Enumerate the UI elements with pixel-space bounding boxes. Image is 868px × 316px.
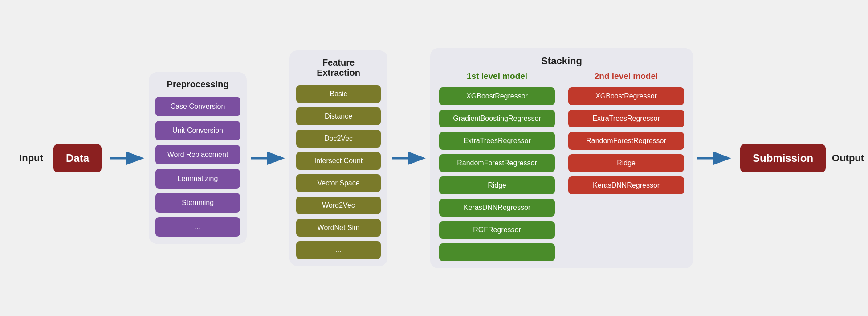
preprocessing-item-1: Unit Conversion [155,121,240,140]
feature-item-7: ... [296,241,381,259]
feature-item-6: WordNet Sim [296,219,381,237]
arrow-1 [110,149,145,167]
stacking-title: Stacking [541,55,582,67]
level1-item-1: GradientBoostingRegressor [439,110,555,127]
feature-item-2: Doc2Vec [296,130,381,148]
arrow-2 [250,149,286,167]
arrow-4 [697,149,732,167]
level2-col: 2nd level model XGBoostRegressor ExtraTr… [568,71,684,194]
feature-item-3: Intersect Count [296,152,381,170]
stacking-container: Stacking 1st level model XGBoostRegresso… [430,48,693,268]
level1-item-6: RGFRegressor [439,221,555,239]
feature-item-4: Vector Space [296,174,381,192]
feature-item-5: Word2Vec [296,197,381,214]
level2-item-2: RandomForestRegressor [568,132,684,150]
preprocessing-title: Preprocessing [167,79,229,90]
level1-item-0: XGBoostRegressor [439,87,555,105]
level1-item-4: Ridge [439,176,555,194]
data-box: Data [53,144,102,172]
preprocessing-item-5: ... [155,217,240,237]
level1-item-3: RandomForestRegressor [439,154,555,172]
preprocessing-container: Preprocessing Case Conversion Unit Conve… [149,72,247,244]
feature-item-0: Basic [296,85,381,103]
preprocessing-item-2: Word Replacement [155,145,240,164]
feature-extraction-container: FeatureExtraction Basic Distance Doc2Vec… [289,50,387,266]
level1-item-7: ... [439,243,555,261]
input-label: Input [13,152,49,164]
preprocessing-item-4: Stemming [155,193,240,213]
level1-col: 1st level model XGBoostRegressor Gradien… [439,71,555,261]
submission-box: Submission [740,144,826,172]
level1-item-2: ExtraTreesRegressor [439,132,555,150]
arrow-3 [391,149,427,167]
level2-item-4: KerasDNNRegressor [568,176,684,194]
feature-extraction-title: FeatureExtraction [317,57,360,78]
level1-title: 1st level model [467,71,527,81]
feature-item-1: Distance [296,107,381,125]
output-label: Output [830,152,866,164]
diagram: Input Data Preprocessing Case Conversion… [0,0,868,316]
preprocessing-item-0: Case Conversion [155,97,240,116]
level2-item-3: Ridge [568,154,684,172]
stacking-inner: 1st level model XGBoostRegressor Gradien… [439,71,684,261]
level2-title: 2nd level model [595,71,658,81]
level2-item-1: ExtraTreesRegressor [568,110,684,127]
level2-item-0: XGBoostRegressor [568,87,684,105]
level1-item-5: KerasDNNRegressor [439,199,555,217]
preprocessing-item-3: Lemmatizing [155,169,240,189]
